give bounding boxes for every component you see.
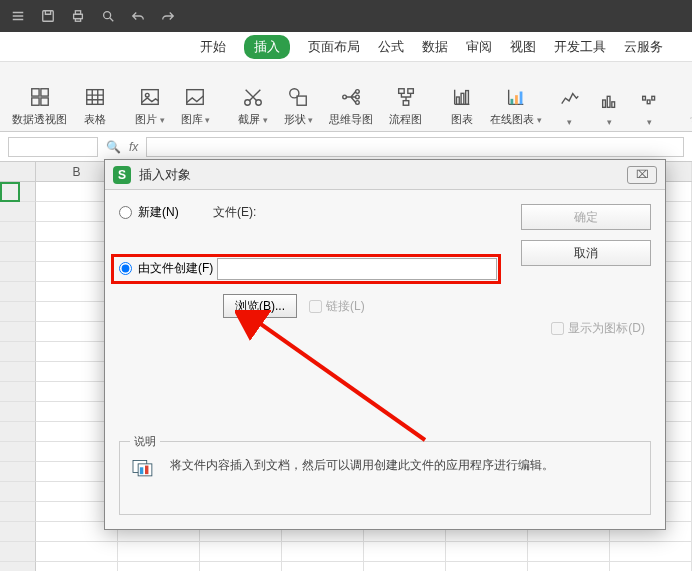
ribbon-mindmap[interactable]: 思维导图 [323, 62, 379, 131]
svg-rect-24 [457, 97, 460, 104]
svg-rect-41 [145, 466, 148, 475]
formula-bar: 🔍 fx [0, 132, 692, 162]
title-bar [0, 0, 692, 32]
description-panel: 说明 将文件内容插入到文档，然后可以调用创建此文件的应用程序进行编辑。 [119, 441, 651, 515]
menu-start[interactable]: 开始 [200, 38, 226, 56]
ribbon-label [607, 115, 612, 127]
radio-new-label: 新建(N) [138, 204, 179, 221]
svg-rect-23 [403, 101, 409, 106]
radio-from-file[interactable] [119, 262, 132, 275]
ribbon-label: 流程图 [389, 112, 422, 127]
undo-icon[interactable] [130, 8, 146, 24]
menu-cloud[interactable]: 云服务 [624, 38, 663, 56]
svg-rect-22 [407, 89, 413, 94]
gallery-icon [183, 85, 207, 109]
ribbon-label [567, 115, 572, 127]
ribbon-gallery[interactable]: 图库 [175, 62, 217, 131]
insert-object-dialog: S 插入对象 ⌧ 新建(N) 文件(E): 由文件创建(F) 确定 取消 浏览(… [104, 159, 666, 530]
winloss-icon [638, 88, 662, 112]
dialog-title: 插入对象 [139, 166, 191, 184]
ribbon-label: 图片 [135, 112, 165, 127]
menu-bar: 开始 插入 页面布局 公式 数据 审阅 视图 开发工具 云服务 [0, 32, 692, 62]
ok-button[interactable]: 确定 [521, 204, 651, 230]
svg-point-18 [356, 90, 360, 94]
svg-rect-10 [142, 90, 159, 105]
menu-insert[interactable]: 插入 [244, 35, 290, 59]
preview-icon[interactable] [100, 8, 116, 24]
ribbon-label: 在线图表 [490, 112, 542, 127]
zoom-icon[interactable]: 🔍 [106, 140, 121, 154]
svg-rect-8 [40, 98, 47, 105]
menu-review[interactable]: 审阅 [466, 38, 492, 56]
svg-rect-3 [75, 19, 80, 22]
flowchart-icon [394, 85, 418, 109]
ribbon-online-chart[interactable]: 在线图表 [484, 62, 548, 131]
show-as-icon-label: 显示为图标(D) [568, 320, 645, 337]
ribbon-flowchart[interactable]: 流程图 [383, 62, 428, 131]
chart-icon [450, 85, 474, 109]
print-icon[interactable] [70, 8, 86, 24]
ribbon-spark1[interactable] [552, 62, 588, 131]
radio-file-label: 由文件创建(F) [138, 260, 213, 277]
cancel-button[interactable]: 取消 [521, 240, 651, 266]
ribbon-slicer: 切片器 [684, 62, 692, 131]
ribbon-screenshot[interactable]: 截屏 [232, 62, 274, 131]
save-icon[interactable] [40, 8, 56, 24]
pivot-icon [28, 85, 52, 109]
svg-rect-6 [40, 89, 47, 96]
svg-rect-9 [87, 90, 104, 105]
app-icon: S [113, 166, 131, 184]
ribbon-spark3[interactable] [632, 62, 668, 131]
online-chart-icon [504, 85, 528, 109]
svg-rect-21 [398, 89, 404, 94]
link-checkbox [309, 300, 322, 313]
ribbon-pivot[interactable]: 数据透视图 [6, 62, 73, 131]
description-icon [130, 456, 160, 482]
ribbon-label: 图表 [451, 112, 473, 127]
svg-rect-7 [31, 98, 38, 105]
ribbon-shapes[interactable]: 形状 [278, 62, 320, 131]
table-icon [83, 85, 107, 109]
svg-rect-34 [647, 100, 650, 104]
svg-rect-30 [602, 100, 605, 107]
fx-label: fx [129, 140, 138, 154]
browse-button[interactable]: 浏览(B)... [223, 294, 297, 318]
close-button[interactable]: ⌧ [627, 166, 657, 184]
ribbon-label: 表格 [84, 112, 106, 127]
svg-point-11 [145, 93, 149, 97]
svg-rect-29 [519, 92, 522, 105]
svg-rect-25 [461, 93, 464, 104]
menu-formula[interactable]: 公式 [378, 38, 404, 56]
ribbon-label: 形状 [284, 112, 314, 127]
radio-new[interactable] [119, 206, 132, 219]
redo-icon[interactable] [160, 8, 176, 24]
file-label: 文件(E): [213, 204, 256, 221]
svg-line-42 [255, 320, 425, 440]
dialog-titlebar: S 插入对象 ⌧ [105, 160, 665, 190]
svg-rect-2 [75, 11, 80, 15]
mindmap-icon [339, 85, 363, 109]
svg-point-4 [104, 12, 111, 19]
svg-rect-0 [43, 11, 54, 22]
sparkcolumn-icon [598, 88, 622, 112]
ribbon-table[interactable]: 表格 [77, 62, 113, 131]
scissor-icon [241, 85, 265, 109]
menu-page-layout[interactable]: 页面布局 [308, 38, 360, 56]
svg-rect-32 [611, 102, 614, 108]
radio-file-row[interactable]: 由文件创建(F) [119, 260, 213, 277]
name-box[interactable] [8, 137, 98, 157]
file-path-input[interactable] [217, 258, 497, 280]
svg-point-17 [343, 95, 347, 99]
description-text: 将文件内容插入到文档，然后可以调用创建此文件的应用程序进行编辑。 [170, 456, 640, 474]
formula-input[interactable] [146, 137, 684, 157]
ribbon: 数据透视图 表格 图片 图库 截屏 形状 思维导图 流程图 图表 在线图表 [0, 62, 692, 132]
menu-data[interactable]: 数据 [422, 38, 448, 56]
ribbon-chart[interactable]: 图表 [444, 62, 480, 131]
menu-icon[interactable] [10, 8, 26, 24]
menu-devtools[interactable]: 开发工具 [554, 38, 606, 56]
ribbon-picture[interactable]: 图片 [129, 62, 171, 131]
link-label: 链接(L) [326, 298, 365, 315]
ribbon-spark2[interactable] [592, 62, 628, 131]
menu-view[interactable]: 视图 [510, 38, 536, 56]
svg-rect-26 [466, 91, 469, 105]
